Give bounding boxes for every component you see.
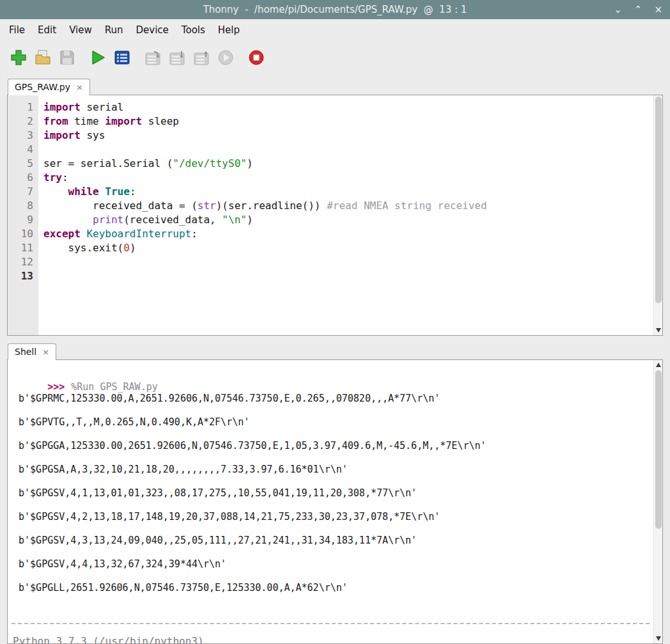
tab-close-icon[interactable]: × [42,348,49,356]
code-token[interactable] [43,214,93,226]
code-token[interactable]: print [93,214,123,226]
code-line-13[interactable] [43,269,662,283]
code-token[interactable]: import [43,129,81,141]
code-line-4[interactable] [43,143,662,157]
close-button[interactable]: × [654,5,662,15]
code-line-11[interactable]: sys.exit(0) [43,241,662,255]
code-area[interactable]: import serialfrom time import sleepimpor… [38,95,662,335]
tab-label: GPS_RAW.py [15,82,70,92]
code-token[interactable]: "/dev/ttyS0" [173,157,247,169]
code-editor[interactable]: 12345678910111213 import serialfrom time… [7,95,663,336]
menu-file[interactable]: File [3,20,31,40]
debug-script-button[interactable] [111,47,133,68]
menu-device[interactable]: Device [130,20,175,40]
code-line-1[interactable]: import serial [43,100,662,114]
menubar: FileEditViewRunDeviceToolsHelp [0,19,670,40]
shell-output-line: b'$GPGSA,A,3,32,10,21,18,20,,,,,,,,7.33,… [13,464,650,476]
maximize-button[interactable]: ⌃ [634,5,643,15]
code-token[interactable]: : [191,228,198,240]
shell-scrollbar[interactable] [653,360,662,643]
code-token[interactable]: 0 [123,242,130,254]
open-file-button[interactable] [32,47,54,68]
code-token[interactable]: str [198,200,216,212]
scrollbar-thumb[interactable] [655,370,662,529]
tab-label: Shell [15,347,36,357]
scroll-down-icon[interactable] [656,328,661,333]
code-token[interactable]: from [43,115,68,127]
step-into-button[interactable] [166,47,188,68]
menu-view[interactable]: View [63,20,98,40]
window-title: Thonny - /home/pi/Documents/GPS_RAW.py @… [0,4,670,15]
debug-icon [113,49,131,67]
code-token[interactable]: serial [81,101,123,113]
code-token[interactable]: (received_data, [123,214,222,226]
resume-button[interactable] [215,47,237,68]
code-line-2[interactable]: from time import sleep [43,114,662,129]
menu-edit[interactable]: Edit [31,20,63,40]
restart-separator [12,623,650,624]
code-token[interactable]: try [43,171,62,184]
tab-close-icon[interactable]: × [76,83,83,91]
code-token[interactable]: #read NMEA string received [327,200,487,212]
code-token[interactable]: ) [130,242,136,254]
code-line-9[interactable]: print(received_data, "\n") [43,213,662,227]
code-token[interactable]: : [62,171,68,184]
code-line-6[interactable]: try: [43,171,662,185]
editor-scrollbar[interactable] [653,95,662,335]
code-token[interactable]: import [105,115,142,127]
code-token[interactable]: import [43,101,81,113]
stop-button[interactable] [245,47,267,68]
plus-icon [10,49,27,67]
code-token[interactable]: "\n" [222,214,247,226]
line-number: 3 [8,129,33,143]
code-line-8[interactable]: received_data = (str)(ser.readline()) #r… [43,199,662,213]
stop-icon [247,49,265,67]
code-token[interactable] [99,185,105,198]
code-token[interactable]: sleep [142,115,179,127]
step-out-button[interactable] [191,47,212,68]
code-token[interactable]: time [68,115,105,127]
code-line-3[interactable]: import sys [43,129,662,143]
code-line-12[interactable] [43,255,662,269]
titlebar[interactable]: Thonny - /home/pi/Documents/GPS_RAW.py @… [0,0,670,19]
menu-run[interactable]: Run [98,20,130,40]
shell-panel[interactable]: >>>%Run GPS_RAW.py b'$GPRMC,125330.00,A,… [7,359,663,644]
code-line-10[interactable]: except KeyboardInterrupt: [43,227,662,241]
step-over-button[interactable] [142,47,164,68]
code-token[interactable]: while [68,185,99,198]
code-token[interactable]: ) [247,214,253,226]
shell-output-line: b'$GPGLL,2651.92606,N,07546.73750,E,1253… [13,582,650,594]
line-number: 9 [8,213,33,227]
run-script-button[interactable] [87,47,109,68]
code-token[interactable]: ser = serial.Serial ( [43,157,173,169]
line-number: 8 [8,199,33,213]
code-token[interactable]: ) [247,157,253,169]
code-line-7[interactable]: while True: [43,185,662,199]
interpreter-banner: Python 3.7.3 (/usr/bin/python3) [13,635,204,644]
code-line-5[interactable]: ser = serial.Serial ("/dev/ttyS0") [43,157,662,171]
menu-tools[interactable]: Tools [175,20,212,40]
code-token[interactable] [81,228,87,240]
shade-button[interactable]: ⌄ [614,5,622,15]
scroll-down-icon[interactable] [656,636,661,641]
scroll-up-icon[interactable] [656,363,661,367]
code-token[interactable]: sys [81,129,105,141]
new-file-button[interactable] [8,47,29,68]
code-token[interactable] [43,185,68,198]
code-token[interactable]: sys.exit( [43,242,123,254]
code-token[interactable]: True [105,185,130,198]
save-file-button[interactable] [56,47,78,68]
line-number: 7 [8,185,33,199]
code-token[interactable]: )(ser.readline()) [216,200,327,212]
tab-gps-raw-py[interactable]: GPS_RAW.py × [8,79,90,95]
code-token[interactable]: KeyboardInterrupt [86,228,191,240]
scrollbar-thumb[interactable] [655,97,662,303]
menu-help[interactable]: Help [212,20,246,40]
code-token[interactable]: received_data = ( [43,200,198,212]
folder-icon [34,49,52,67]
play-icon [89,49,107,67]
shell-output-line: b'$GPGSV,4,1,13,01,01,323,,08,17,275,,10… [13,487,650,499]
code-token[interactable]: : [130,185,136,198]
code-token[interactable]: except [43,228,81,240]
tab-shell[interactable]: Shell × [8,343,56,360]
